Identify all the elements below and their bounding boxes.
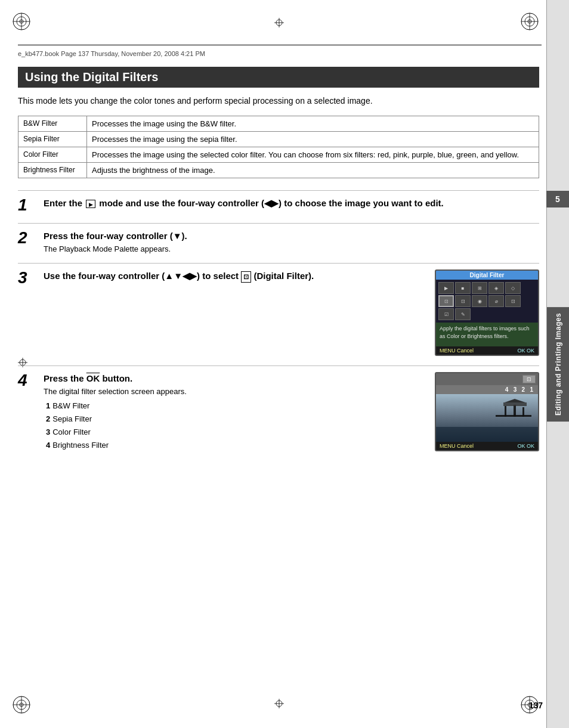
cam1-header: Digital Filter	[436, 271, 538, 280]
cam-icon-slideshow: ✎	[455, 308, 471, 320]
section-title: Using the Digital Filters	[18, 67, 539, 88]
intro-text: This mode lets you change the color tone…	[18, 95, 539, 107]
cam1-cancel: MENU Cancel	[440, 348, 474, 354]
cam1-footer: MENU Cancel OK OK	[436, 346, 538, 355]
header-divider	[18, 45, 542, 45]
pier-svg	[436, 394, 539, 442]
page-number: 137	[529, 701, 543, 710]
step-2-sub: The Playback Mode Palette appears.	[44, 244, 539, 253]
svg-rect-33	[514, 405, 516, 417]
step-3-layout: Use the four-way controller (▲▼◀▶) to se…	[44, 269, 539, 356]
sidebar-label: Editing and Printing Images	[547, 306, 570, 421]
list-item: 4Brightness Filter	[46, 439, 425, 452]
table-row: Sepia FilterProcesses the image using th…	[18, 132, 539, 147]
header-line: e_kb477.book Page 137 Thursday, November…	[18, 48, 539, 57]
step-3-title: Use the four-way controller (▲▼◀▶) to se…	[44, 269, 425, 283]
svg-rect-34	[522, 407, 524, 417]
cam2-image: ⊡	[436, 394, 538, 442]
step-2-title: Press the four-way controller (▼).	[44, 230, 539, 242]
cam-icon-crop: ⊡	[455, 295, 471, 307]
step-4-number: 4	[18, 372, 39, 389]
cam-icon-rec: ■	[455, 282, 471, 294]
cam-icon-print: ◇	[505, 282, 521, 294]
cam2-header: ⊡	[436, 373, 538, 385]
step-4-layout: Press the OK button. The digital filter …	[44, 372, 539, 452]
step-1-content: Enter the ▶ mode and use the four-way co…	[44, 197, 539, 209]
list-item: 1B&W Filter	[46, 399, 425, 413]
table-row: B&W FilterProcesses the image using the …	[18, 116, 539, 132]
corner-mark-tl	[11, 11, 32, 34]
cam2-num-label: 4 3 2 1	[505, 386, 533, 393]
list-item-num: 3	[46, 427, 50, 436]
cam2-footer: MENU Cancel OK OK	[436, 442, 538, 450]
corner-mark-tr	[519, 11, 540, 34]
table-cell-desc: Adjusts the brightness of the image.	[87, 163, 539, 178]
section-number: 5	[546, 191, 569, 207]
table-cell-label: Color Filter	[18, 147, 87, 163]
step-3-text: Use the four-way controller (▲▼◀▶) to se…	[44, 269, 425, 283]
table-cell-label: Brightness Filter	[18, 163, 87, 178]
step-4: 4 Press the OK button. The digital filte…	[18, 365, 539, 452]
list-item-num: 2	[46, 414, 50, 423]
svg-rect-30	[436, 427, 539, 442]
table-cell-desc: Processes the image using the sepia filt…	[87, 132, 539, 147]
svg-rect-32	[505, 406, 506, 417]
table-cell-label: Sepia Filter	[18, 132, 87, 147]
cam-icon-play: ▶	[438, 282, 454, 294]
cam2-ok: OK OK	[517, 443, 534, 449]
table-row: Brightness FilterAdjusts the brightness …	[18, 163, 539, 178]
cam1-icons: ▶ ■ ⊞ ◈ ◇ ⊡ ⊡ ◉ ⌀ ⊡ ☑ ✎	[436, 280, 538, 323]
step-4-title: Press the OK button.	[44, 372, 425, 385]
step-4-sub: The digital filter selection screen appe…	[44, 387, 425, 396]
cam1-ok: OK OK	[517, 348, 534, 354]
step-2-number: 2	[18, 230, 39, 246]
cam2-tab: ⊡	[522, 375, 536, 383]
filter-table: B&W FilterProcesses the image using the …	[18, 116, 539, 178]
camera-screen-2: ⊡ 4 3 2 1 ⊡	[435, 372, 539, 451]
cam2-cancel: MENU Cancel	[440, 443, 474, 449]
step-4-text: Press the OK button. The digital filter …	[44, 372, 425, 452]
list-item: 2Sepia Filter	[46, 413, 425, 426]
svg-rect-36	[503, 402, 527, 406]
step-3-number: 3	[18, 269, 39, 286]
cam1-text: Apply the digital filters to images such…	[436, 323, 538, 346]
list-item-num: 1	[46, 401, 50, 410]
cam-icon-memo: ☑	[438, 308, 454, 320]
step-3-content: Use the four-way controller (▲▼◀▶) to se…	[44, 269, 539, 356]
main-content: e_kb477.book Page 137 Thursday, November…	[18, 48, 539, 710]
cam-icon-filter: ⊡	[438, 295, 454, 307]
cam-icon-copy: ⊡	[505, 295, 521, 307]
cam-icon-edit: ⊞	[472, 282, 487, 294]
step-4-content: Press the OK button. The digital filter …	[44, 372, 539, 452]
cam2-numbers: 4 3 2 1	[436, 385, 538, 394]
list-item: 3Color Filter	[46, 426, 425, 439]
table-cell-desc: Processes the image using the selected c…	[87, 147, 539, 163]
ok-text: OK	[86, 373, 100, 383]
step-3: 3 Use the four-way controller (▲▼◀▶) to …	[18, 263, 539, 356]
list-item-num: 4	[46, 441, 50, 450]
step-1-title: Enter the ▶ mode and use the four-way co…	[44, 197, 539, 209]
table-cell-desc: Processes the image using the B&W filter…	[87, 116, 539, 132]
step-1-number: 1	[18, 197, 39, 213]
filter-list: 1B&W Filter2Sepia Filter3Color Filter4Br…	[44, 399, 425, 452]
cam-icon-scene: ◈	[488, 282, 504, 294]
digital-filter-icon: ⊡	[241, 271, 251, 283]
right-sidebar: 5 Editing and Printing Images	[546, 0, 569, 728]
table-row: Color FilterProcesses the image using th…	[18, 147, 539, 163]
playback-icon: ▶	[86, 200, 95, 208]
step-2: 2 Press the four-way controller (▼). The…	[18, 223, 539, 253]
camera-screen-1: Digital Filter ▶ ■ ⊞ ◈ ◇ ⊡ ⊡ ◉ ⌀ ⊡ ☑ ✎	[435, 269, 539, 356]
step-2-content: Press the four-way controller (▼). The P…	[44, 230, 539, 253]
table-cell-label: B&W Filter	[18, 116, 87, 132]
step-1: 1 Enter the ▶ mode and use the four-way …	[18, 190, 539, 213]
cam-icon-rotate: ◉	[472, 295, 487, 307]
cross-top	[274, 18, 284, 29]
cam-icon-protect: ⌀	[488, 295, 504, 307]
